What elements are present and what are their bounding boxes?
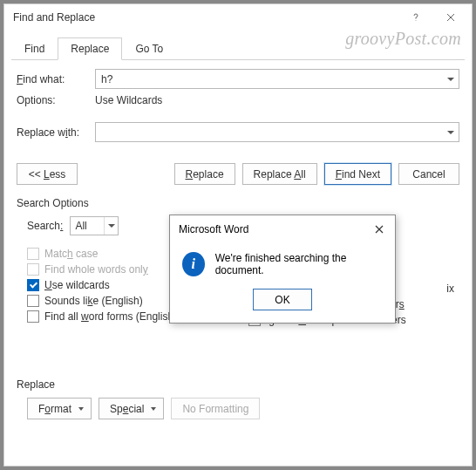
modal-ok-button[interactable]: OK bbox=[253, 289, 312, 310]
cancel-button[interactable]: Cancel bbox=[398, 163, 459, 185]
replace-section-title: Replace bbox=[17, 378, 459, 391]
modal-title: Microsoft Word bbox=[179, 223, 248, 235]
find-what-input[interactable]: h? bbox=[95, 69, 459, 89]
less-button[interactable]: << Less bbox=[17, 163, 78, 185]
chevron-down-icon bbox=[443, 131, 459, 134]
window-title: Find and Replace bbox=[13, 11, 95, 24]
no-formatting-button: No Formatting bbox=[171, 398, 260, 419]
find-what-value: h? bbox=[96, 73, 443, 85]
chevron-down-icon bbox=[104, 217, 118, 235]
search-direction-select[interactable]: All bbox=[70, 216, 119, 235]
replace-with-label: Replace with: bbox=[17, 126, 95, 139]
replace-all-button[interactable]: Replace All bbox=[242, 163, 317, 185]
message-dialog: Microsoft Word i We're finished searchin… bbox=[169, 215, 396, 324]
find-what-label: Find what: bbox=[17, 73, 95, 85]
help-button[interactable] bbox=[398, 8, 433, 27]
info-icon: i bbox=[182, 252, 205, 276]
titlebar: Find and Replace bbox=[4, 4, 472, 31]
special-button[interactable]: Special bbox=[99, 398, 164, 419]
search-direction-value: All bbox=[71, 220, 104, 232]
modal-message: We're finished searching the document. bbox=[215, 252, 383, 276]
options-value: Use Wildcards bbox=[95, 94, 162, 106]
replace-with-input[interactable] bbox=[95, 122, 459, 142]
format-button[interactable]: Format bbox=[27, 398, 92, 419]
modal-close-button[interactable] bbox=[369, 221, 390, 238]
tab-replace[interactable]: Replace bbox=[58, 37, 122, 60]
action-buttons: << Less Replace Replace All Find Next Ca… bbox=[17, 163, 459, 185]
close-button[interactable] bbox=[433, 8, 468, 27]
tab-find[interactable]: Find bbox=[11, 37, 58, 60]
search-label: Search: bbox=[27, 220, 63, 232]
options-label: Options: bbox=[17, 94, 95, 106]
watermark: groovyPost.com bbox=[345, 29, 461, 49]
search-options-title: Search Options bbox=[17, 197, 459, 209]
chevron-down-icon bbox=[443, 78, 459, 81]
tab-goto[interactable]: Go To bbox=[122, 37, 176, 60]
replace-button[interactable]: Replace bbox=[174, 163, 235, 185]
find-next-button[interactable]: Find Next bbox=[324, 163, 391, 185]
